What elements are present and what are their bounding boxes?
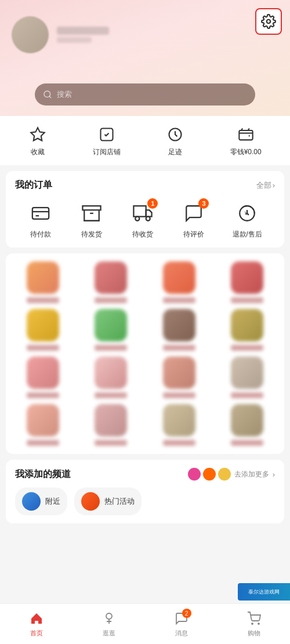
svg-point-23 [258, 623, 259, 624]
grid-item-2-1[interactable] [12, 309, 74, 351]
nav-item-footprint[interactable]: 足迹 [166, 125, 184, 157]
order-label-pending-pay: 待付款 [30, 230, 51, 239]
quick-nav: 收藏 订阅店铺 足迹 零钱¥0.0 [0, 116, 290, 165]
wallet-icon [237, 125, 255, 144]
channel-item-nearby[interactable]: 附近 [15, 487, 67, 515]
orders-section: 我的订单 全部 › 待付款 [6, 171, 284, 248]
search-bar[interactable]: 搜索 [35, 83, 255, 105]
chat-badge: 3 [198, 198, 209, 209]
grid-item-4-3[interactable] [148, 404, 211, 446]
channel-chevron: › [273, 470, 275, 479]
box-icon [79, 201, 104, 226]
channel-section: 我添加的频道 去添加更多 › 附近 热门活动 [6, 460, 284, 523]
order-label-pending-receive: 待收货 [132, 230, 153, 239]
order-item-pending-review[interactable]: 3 待评价 [181, 201, 206, 239]
profile-name-blurred [57, 27, 109, 35]
grid-item-2-3[interactable] [148, 309, 211, 351]
header-background: 搜索 [0, 0, 290, 116]
apps-grid-section [6, 253, 284, 454]
nav-home[interactable]: 首页 [0, 610, 72, 638]
grid-item-3-4[interactable] [216, 356, 279, 398]
svg-point-1 [44, 91, 50, 97]
grid-row-2 [12, 309, 278, 351]
watermark: 泰尔达游戏网 [238, 583, 290, 601]
nav-item-subscribe[interactable]: 订阅店铺 [93, 125, 121, 157]
svg-marker-13 [146, 210, 152, 216]
channel-header: 我添加的频道 去添加更多 › [15, 468, 275, 481]
nav-cart[interactable]: 购物 [217, 610, 290, 638]
cart-icon [246, 610, 262, 627]
truck-badge: 1 [147, 198, 158, 209]
svg-point-14 [136, 217, 140, 221]
channel-badges [188, 468, 231, 481]
channel-title: 我添加的频道 [15, 468, 71, 481]
nav-label-cart: 购物 [248, 629, 260, 638]
channel-add-button[interactable]: 去添加更多 › [188, 468, 275, 481]
refund-icon: ¥ [234, 201, 260, 226]
order-item-pending-receive[interactable]: 1 待收货 [130, 201, 155, 239]
nav-label-collect: 收藏 [31, 147, 45, 157]
star-icon [28, 125, 47, 144]
nav-item-collect[interactable]: 收藏 [28, 125, 47, 157]
grid-item-2-4[interactable] [216, 309, 279, 351]
message-badge: 2 [182, 609, 191, 618]
svg-rect-12 [134, 206, 146, 216]
channel-item-label-activity: 热门活动 [104, 496, 135, 507]
channel-add-label: 去添加更多 [234, 470, 269, 479]
truck-icon: 1 [130, 201, 155, 226]
message-icon: 2 [173, 610, 190, 627]
nav-label-wallet: 零钱¥0.00 [230, 147, 262, 157]
grid-item-1-1[interactable] [12, 261, 74, 303]
grid-row-4 [12, 404, 278, 446]
grid-item-3-2[interactable] [80, 356, 143, 398]
orders-all-button[interactable]: 全部 › [256, 180, 275, 191]
order-item-pending-ship[interactable]: 待发货 [79, 201, 104, 239]
channel-items-row: 附近 热门活动 [15, 487, 275, 515]
card-icon [28, 201, 53, 226]
channel-item-label-nearby: 附近 [45, 496, 60, 507]
svg-marker-3 [31, 128, 45, 140]
nav-message[interactable]: 2 消息 [145, 610, 217, 638]
order-label-pending-review: 待评价 [183, 230, 204, 239]
checkbox-icon [97, 125, 116, 144]
grid-item-4-1[interactable] [12, 404, 74, 446]
svg-rect-7 [32, 208, 49, 219]
grid-item-4-4[interactable] [216, 404, 279, 446]
grid-row-1 [12, 261, 278, 303]
nav-label-message: 消息 [175, 629, 188, 638]
order-item-refund[interactable]: ¥ 退款/售后 [233, 201, 262, 239]
svg-point-0 [267, 20, 271, 24]
orders-header: 我的订单 全部 › [15, 179, 275, 191]
search-input-placeholder: 搜索 [57, 89, 247, 100]
nav-label-footprint: 足迹 [168, 147, 182, 157]
home-icon [28, 610, 45, 627]
nav-label-home: 首页 [30, 629, 43, 638]
nav-label-browse: 逛逛 [103, 629, 115, 638]
browse-icon [101, 610, 117, 627]
profile-row[interactable] [12, 16, 109, 53]
grid-item-3-3[interactable] [148, 356, 211, 398]
nav-item-wallet[interactable]: 零钱¥0.00 [230, 125, 262, 157]
grid-item-3-1[interactable] [12, 356, 74, 398]
channel-badge-1 [188, 468, 201, 481]
grid-item-1-2[interactable] [80, 261, 143, 303]
channel-badge-2 [203, 468, 216, 481]
svg-rect-6 [239, 130, 252, 140]
grid-item-1-3[interactable] [148, 261, 211, 303]
channel-item-activity[interactable]: 热门活动 [74, 487, 142, 515]
grid-item-4-2[interactable] [80, 404, 143, 446]
avatar [12, 16, 49, 53]
orders-icons-row: 待付款 待发货 1 [15, 201, 275, 239]
profile-sub-blurred [57, 37, 92, 43]
search-bar-wrapper: 搜索 [35, 83, 255, 105]
order-label-refund: 退款/售后 [233, 230, 262, 239]
grid-item-1-4[interactable] [216, 261, 279, 303]
svg-text:¥: ¥ [244, 210, 248, 216]
svg-rect-10 [83, 206, 101, 210]
order-item-pending-pay[interactable]: 待付款 [28, 201, 53, 239]
settings-button[interactable] [255, 8, 282, 35]
clock-icon [166, 125, 184, 144]
nav-browse[interactable]: 逛逛 [72, 610, 145, 638]
svg-point-15 [146, 217, 150, 221]
grid-item-2-2[interactable] [80, 309, 143, 351]
